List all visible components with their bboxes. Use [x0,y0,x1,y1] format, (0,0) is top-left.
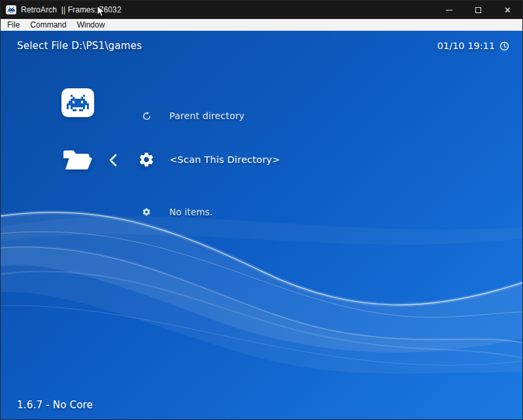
maximize-icon [475,7,481,13]
xmb-screen: Select File D:\PS1\games 01/10 19:11 [1,31,522,419]
retroarch-app-icon [6,5,16,14]
retroarch-logo [61,88,94,117]
list-item-scan-this-directory[interactable]: <Scan This Directory> [134,151,280,168]
menu-file[interactable]: File [2,20,25,30]
minimize-icon [446,10,452,10]
list-item-no-items[interactable]: No items. [134,207,212,217]
close-button[interactable]: ✕ [493,1,522,19]
gear-icon [134,207,159,217]
page-title: Select File D:\PS1\games [17,40,142,52]
chevron-left-icon [106,152,120,168]
clock-icon [499,41,509,51]
clock: 01/10 19:11 [437,41,509,51]
titlebar: RetroArch || Frames: 76032 ✕ [1,1,522,19]
minimize-button[interactable] [434,1,464,19]
list-item-label: No items. [169,207,212,217]
parent-directory-icon [134,112,159,120]
folder-icon [60,146,94,173]
maximize-button[interactable] [464,1,493,19]
menu-command[interactable]: Command [25,20,71,30]
menu-window[interactable]: Window [72,20,110,30]
gear-icon [134,151,159,168]
window-title: RetroArch || Frames: 76032 [21,5,122,14]
list-item-label: Parent directory [169,111,245,121]
close-icon: ✕ [504,5,511,15]
core-version-label: 1.6.7 - No Core [17,399,93,411]
retroarch-window: RetroArch || Frames: 76032 ✕ File Comman… [0,0,523,420]
list-item-parent-directory[interactable]: Parent directory [134,111,245,121]
menubar: File Command Window [1,19,522,31]
clock-text: 01/10 19:11 [437,41,495,51]
list-item-label: <Scan This Directory> [169,154,280,165]
